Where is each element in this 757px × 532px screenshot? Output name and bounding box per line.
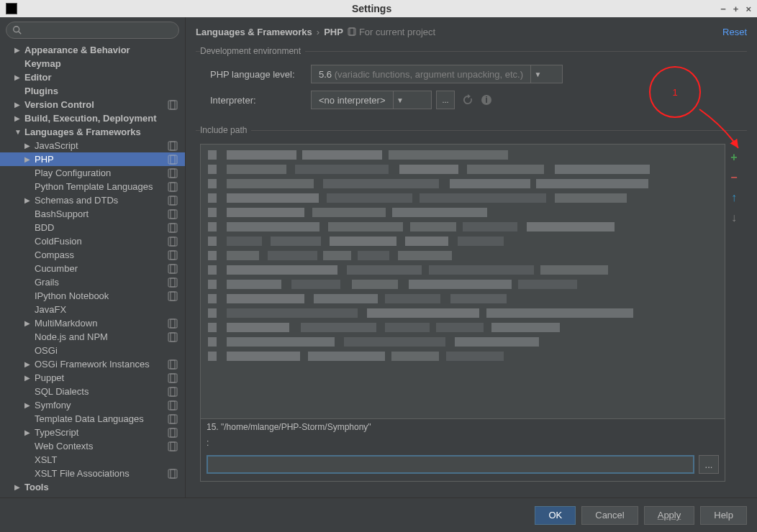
svg-rect-32: [168, 360, 177, 369]
tree-item-label: Schemas and DTDs: [35, 195, 118, 206]
tree-item-appearance-behavior[interactable]: Appearance & Behavior: [0, 43, 185, 57]
maximize-button[interactable]: +: [733, 4, 739, 14]
move-down-button[interactable]: ↓: [727, 211, 740, 224]
interpreter-browse-button[interactable]: ...: [436, 91, 455, 109]
settings-search[interactable]: [6, 22, 179, 39]
tree-arrow-icon: [14, 46, 22, 54]
interpreter-select[interactable]: <no interpreter> ▼: [311, 91, 432, 109]
include-path-row-15[interactable]: 15. "/home/mlange/PHP-Storm/Symphony": [201, 419, 725, 435]
svg-rect-36: [168, 387, 177, 396]
project-scope-icon: [168, 373, 178, 383]
tree-item-cucumber[interactable]: Cucumber: [0, 262, 185, 275]
tree-arrow-icon: [24, 319, 32, 327]
tree-item-coldfusion[interactable]: ColdFusion: [0, 234, 185, 248]
tree-item-label: PHP: [35, 154, 54, 165]
tree-item-xslt-file-associations[interactable]: XSLT File Associations: [0, 467, 185, 480]
tree-item-keymap[interactable]: Keymap: [0, 57, 185, 70]
tree-item-php[interactable]: PHP: [0, 152, 185, 166]
svg-rect-43: [171, 428, 175, 437]
ok-button[interactable]: OK: [535, 506, 576, 525]
svg-rect-14: [168, 210, 177, 219]
svg-rect-39: [171, 401, 175, 410]
tree-arrow-icon: [14, 483, 22, 491]
tree-arrow-icon: [24, 401, 32, 409]
svg-rect-38: [168, 401, 177, 410]
settings-tree-sidebar: Appearance & BehaviorKeymapEditorPlugins…: [0, 17, 186, 497]
svg-rect-25: [171, 278, 175, 287]
svg-rect-34: [168, 374, 177, 382]
tree-item-template-data-languages[interactable]: Template Data Languages: [0, 412, 185, 426]
tree-item-osgi[interactable]: OSGi: [0, 344, 185, 357]
tree-item-plugins[interactable]: Plugins: [0, 84, 185, 98]
svg-rect-22: [168, 265, 177, 273]
settings-tree[interactable]: Appearance & BehaviorKeymapEditorPlugins…: [0, 43, 185, 497]
tree-item-label: Node.js and NPM: [35, 331, 108, 342]
tree-item-bdd[interactable]: BDD: [0, 221, 185, 234]
reset-link[interactable]: Reset: [722, 27, 747, 37]
tree-item-label: Template Data Languages: [35, 413, 144, 424]
project-scope-icon: [168, 428, 178, 438]
move-up-button[interactable]: ↑: [727, 191, 740, 204]
project-scope-icon: [168, 209, 178, 219]
tree-item-typescript[interactable]: TypeScript: [0, 426, 185, 439]
svg-rect-42: [168, 428, 177, 437]
tree-item-osgi-framework-instances[interactable]: OSGi Framework Instances: [0, 357, 185, 371]
include-path-input[interactable]: [207, 455, 694, 474]
tree-item-tools[interactable]: Tools: [0, 480, 185, 494]
include-path-section: Include path 15. "/home/mlange/PHP-Storm…: [196, 125, 747, 486]
blurred-list-content: [201, 145, 725, 372]
tree-item-bashsupport[interactable]: BashSupport: [0, 207, 185, 221]
tree-item-xslt[interactable]: XSLT: [0, 453, 185, 467]
tree-item-multimarkdown[interactable]: MultiMarkdown: [0, 316, 185, 330]
app-icon: [6, 3, 17, 14]
refresh-icon[interactable]: [462, 94, 473, 106]
include-path-list[interactable]: 15. "/home/mlange/PHP-Storm/Symphony" : …: [200, 144, 725, 482]
remove-button[interactable]: −: [727, 171, 740, 184]
svg-rect-3: [171, 101, 175, 109]
tree-item-grails[interactable]: Grails: [0, 275, 185, 289]
apply-button[interactable]: Apply: [644, 506, 695, 525]
project-scope-icon: [168, 359, 178, 370]
svg-rect-18: [168, 237, 177, 246]
breadcrumb: Languages & Frameworks › PHP For current…: [196, 27, 722, 37]
lang-level-select[interactable]: 5.6 (variadic functions, argument unpack…: [311, 65, 563, 83]
tree-item-languages-frameworks[interactable]: Languages & Frameworks: [0, 125, 185, 139]
tree-item-puppet[interactable]: Puppet: [0, 371, 185, 385]
tree-item-sql-dialects[interactable]: SQL Dialects: [0, 385, 185, 398]
tree-item-schemas-and-dtds[interactable]: Schemas and DTDs: [0, 193, 185, 207]
tree-item-node-js-and-npm[interactable]: Node.js and NPM: [0, 330, 185, 344]
project-scope-icon: [168, 182, 178, 192]
tree-item-javafx[interactable]: JavaFX: [0, 303, 185, 316]
tree-item-version-control[interactable]: Version Control: [0, 98, 185, 111]
svg-rect-2: [168, 101, 177, 109]
tree-item-javascript[interactable]: JavaScript: [0, 139, 185, 152]
tree-arrow-icon: [24, 374, 32, 382]
tree-item-web-contexts[interactable]: Web Contexts: [0, 439, 185, 453]
svg-rect-35: [171, 374, 175, 382]
include-path-colon-row[interactable]: :: [201, 435, 725, 451]
project-scope-icon: [168, 250, 178, 260]
tree-item-editor[interactable]: Editor: [0, 70, 185, 84]
svg-rect-17: [171, 224, 175, 232]
help-button[interactable]: Help: [700, 506, 747, 525]
search-input[interactable]: [27, 25, 173, 36]
tree-item-ipython-notebook[interactable]: IPython Notebook: [0, 289, 185, 303]
tree-item-build-execution-deployment[interactable]: Build, Execution, Deployment: [0, 111, 185, 125]
close-button[interactable]: ×: [745, 4, 751, 14]
include-path-browse-button[interactable]: ...: [699, 455, 719, 474]
info-icon[interactable]: i: [481, 94, 492, 106]
tree-item-label: MultiMarkdown: [35, 318, 97, 329]
cancel-button[interactable]: Cancel: [581, 506, 638, 525]
tree-item-play-configuration[interactable]: Play Configuration: [0, 166, 185, 180]
project-scope-icon: [168, 168, 178, 178]
project-scope-icon: [168, 318, 178, 329]
svg-rect-47: [171, 469, 175, 478]
tree-item-python-template-languages[interactable]: Python Template Languages: [0, 180, 185, 193]
add-button[interactable]: +: [727, 151, 740, 164]
tree-item-compass[interactable]: Compass: [0, 248, 185, 262]
svg-rect-29: [171, 319, 175, 328]
minimize-button[interactable]: −: [720, 4, 726, 14]
tree-item-label: BDD: [35, 222, 54, 233]
tree-item-label: Version Control: [24, 99, 94, 110]
tree-item-symfony[interactable]: Symfony: [0, 398, 185, 412]
